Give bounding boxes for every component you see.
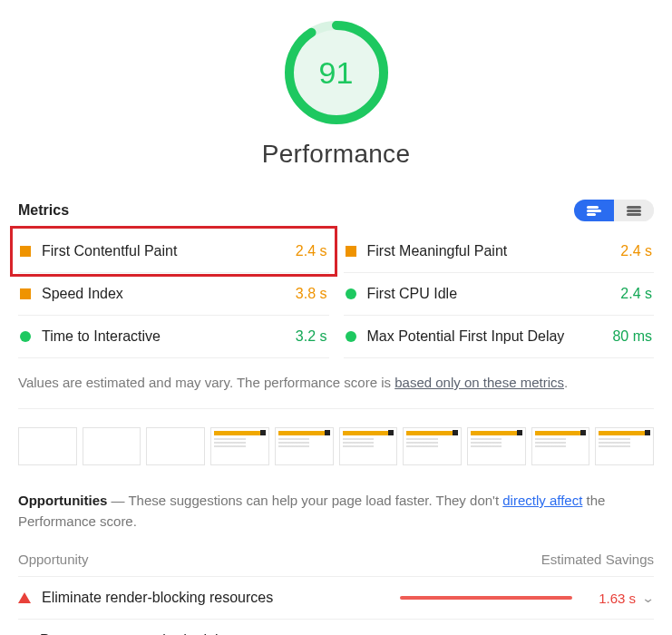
filmstrip-frame <box>403 427 462 465</box>
metric-row[interactable]: First Contentful Paint2.4 s <box>18 230 329 273</box>
opportunity-name: Eliminate render-blocking resources <box>42 590 400 606</box>
opportunities-dash: — <box>107 493 128 508</box>
savings-value: 1.63 s <box>578 591 636 606</box>
view-toggle-compact[interactable] <box>574 200 614 221</box>
metric-name: First Contentful Paint <box>42 243 296 259</box>
filmstrip-frame <box>467 427 526 465</box>
performance-score-value: 91 <box>282 18 391 127</box>
opportunities-intro-text: These suggestions can help your page loa… <box>128 493 502 508</box>
metric-value: 80 ms <box>612 328 652 345</box>
metric-row[interactable]: Max Potential First Input Delay80 ms <box>344 316 655 358</box>
metrics-footnote: Values are estimated and may vary. The p… <box>18 375 654 409</box>
metrics-view-toggle <box>574 200 654 221</box>
view-toggle-expanded[interactable] <box>614 200 654 221</box>
filmstrip-frame <box>210 427 269 465</box>
metric-name: Speed Index <box>42 286 296 302</box>
metric-value: 2.4 s <box>620 286 652 302</box>
load-filmstrip <box>18 427 654 465</box>
filmstrip-frame <box>531 427 590 465</box>
chevron-down-icon: ⌄ <box>641 591 656 605</box>
opportunities-heading: Opportunities <box>18 493 107 508</box>
circle-green-icon <box>20 331 31 342</box>
circle-green-icon <box>346 288 356 299</box>
metrics-heading: Metrics <box>18 202 69 219</box>
footnote-text: Values are estimated and may vary. The p… <box>18 375 394 390</box>
metric-row[interactable]: First Meaningful Paint2.4 s <box>344 230 655 273</box>
metric-value: 2.4 s <box>620 243 652 259</box>
metric-value: 2.4 s <box>296 243 327 259</box>
metric-value: 3.2 s <box>296 328 327 345</box>
savings-col-header: Estimated Savings <box>541 552 654 567</box>
metric-row[interactable]: First CPU Idle2.4 s <box>344 273 655 316</box>
opportunity-row[interactable]: Preconnect to required origins0.38 s⌄ <box>18 620 654 635</box>
footnote-link[interactable]: based only on these metrics <box>394 375 564 390</box>
filmstrip-frame <box>18 427 77 465</box>
compact-view-icon <box>587 205 601 216</box>
expanded-view-icon <box>627 205 641 216</box>
square-orange-icon <box>346 246 356 257</box>
metric-name: First CPU Idle <box>367 286 621 302</box>
filmstrip-frame <box>83 427 141 465</box>
savings-bar-wrap <box>400 596 572 600</box>
metric-name: First Meaningful Paint <box>367 243 621 259</box>
metric-row[interactable]: Time to Interactive3.2 s <box>18 316 329 358</box>
metric-name: Time to Interactive <box>42 328 296 345</box>
opportunities-intro: Opportunities — These suggestions can he… <box>18 491 654 532</box>
square-orange-icon <box>20 288 31 299</box>
filmstrip-frame <box>146 427 205 465</box>
score-category-title: Performance <box>262 140 411 169</box>
filmstrip-frame <box>339 427 398 465</box>
filmstrip-frame <box>595 427 654 465</box>
metric-name: Max Potential First Input Delay <box>367 328 613 345</box>
opportunities-intro-link[interactable]: directly affect <box>502 493 582 508</box>
circle-green-icon <box>346 331 356 342</box>
savings-bar <box>400 596 572 600</box>
filmstrip-frame <box>275 427 334 465</box>
opportunity-col-header: Opportunity <box>18 552 89 567</box>
metric-value: 3.8 s <box>296 286 327 302</box>
square-orange-icon <box>20 246 31 257</box>
footnote-suffix: . <box>564 375 568 390</box>
metric-row[interactable]: Speed Index3.8 s <box>18 273 329 316</box>
performance-score-gauge: 91 <box>282 18 391 127</box>
opportunity-row[interactable]: Eliminate render-blocking resources1.63 … <box>18 577 654 620</box>
triangle-red-icon <box>18 592 31 603</box>
